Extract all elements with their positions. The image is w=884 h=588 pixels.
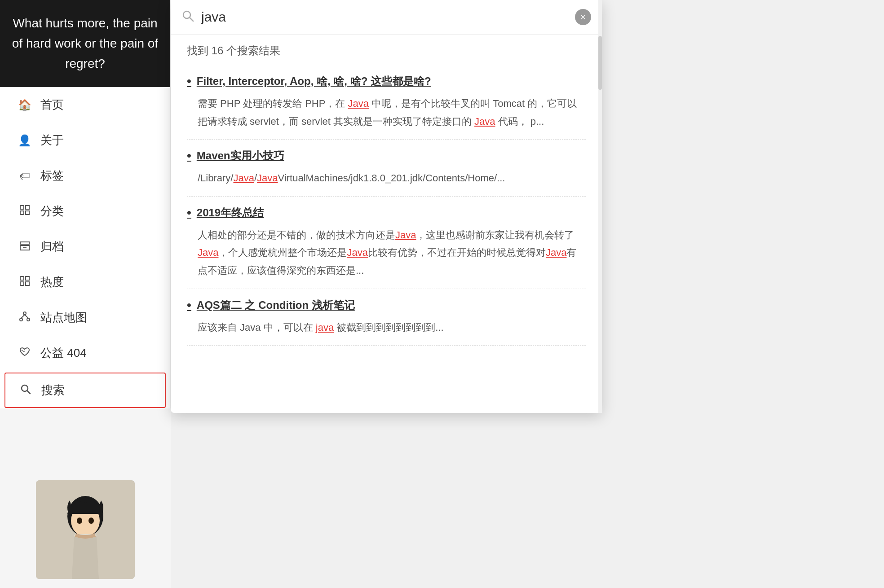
snippet-text: 被截到到到到到到到到... bbox=[334, 322, 443, 333]
search-header: × bbox=[171, 0, 602, 35]
right-side-content bbox=[602, 0, 884, 588]
highlight-java: Java bbox=[233, 172, 254, 184]
result-title-2[interactable]: Maven实用小技巧 bbox=[187, 149, 586, 163]
hero-text: What hurts more, the pain of hard work o… bbox=[9, 13, 161, 74]
svg-line-17 bbox=[27, 391, 31, 394]
search-nav-icon bbox=[19, 384, 32, 397]
search-input[interactable] bbox=[201, 9, 568, 25]
sidebar-item-home[interactable]: 🏠 首页 bbox=[0, 87, 170, 123]
snippet-text: 比较有优势，不过在开始的时候总觉得对 bbox=[368, 247, 546, 258]
svg-rect-3 bbox=[26, 211, 29, 215]
result-snippet-1: 需要 PHP 处理的转发给 PHP，在 Java 中呢，是有个比较牛叉的叫 To… bbox=[187, 95, 586, 130]
result-title-4[interactable]: AQS篇二 之 Condition 浅析笔记 bbox=[187, 298, 586, 312]
grid-icon bbox=[18, 205, 31, 218]
svg-line-15 bbox=[25, 315, 28, 318]
result-title-3[interactable]: 2019年终总结 bbox=[187, 206, 586, 220]
result-title-4-text: AQS篇二 之 Condition 浅析笔记 bbox=[197, 298, 355, 312]
svg-rect-8 bbox=[26, 276, 29, 280]
sidebar-item-tags[interactable]: 🏷 标签 bbox=[0, 158, 170, 193]
svg-rect-2 bbox=[20, 211, 24, 215]
home-icon: 🏠 bbox=[18, 99, 31, 111]
highlight-java: Java bbox=[198, 247, 218, 258]
scroll-thumb bbox=[598, 36, 602, 90]
sidebar-item-hot[interactable]: 热度 bbox=[0, 264, 170, 300]
search-result-count: 找到 16 个搜索结果 bbox=[171, 35, 602, 65]
svg-rect-0 bbox=[20, 206, 24, 209]
nav-label-search: 搜索 bbox=[41, 382, 65, 398]
svg-rect-1 bbox=[26, 206, 29, 209]
highlight-java: Java bbox=[474, 116, 495, 127]
search-results-list: Filter, Interceptor, Aop, 啥, 啥, 啥? 这些都是啥… bbox=[171, 65, 602, 346]
search-close-button[interactable]: × bbox=[575, 9, 591, 25]
highlight-java: Java bbox=[546, 247, 566, 258]
svg-point-13 bbox=[27, 318, 30, 321]
svg-point-12 bbox=[20, 318, 22, 321]
svg-rect-10 bbox=[26, 282, 29, 285]
highlight-java: Java bbox=[395, 229, 416, 241]
result-title-1-text: Filter, Interceptor, Aop, 啥, 啥, 啥? 这些都是啥… bbox=[197, 74, 431, 88]
search-icon bbox=[181, 9, 194, 25]
sidebar-bottom bbox=[0, 408, 171, 588]
svg-rect-7 bbox=[20, 276, 24, 280]
snippet-text: /Library/ bbox=[198, 172, 233, 184]
nav-label-tags: 标签 bbox=[40, 168, 64, 184]
svg-point-22 bbox=[88, 518, 94, 524]
sidebar: What hurts more, the pain of hard work o… bbox=[0, 0, 171, 588]
svg-point-11 bbox=[23, 312, 26, 315]
snippet-text: 代码， p... bbox=[495, 116, 544, 127]
result-count-label: 找到 16 个搜索结果 bbox=[187, 44, 280, 57]
snippet-text: ，个人感觉杭州整个市场还是 bbox=[218, 247, 347, 258]
snippet-text: 人相处的部分还是不错的，做的技术方向还是 bbox=[198, 229, 395, 241]
sidebar-item-search[interactable]: 搜索 bbox=[4, 373, 166, 408]
nav-label-charity404: 公益 404 bbox=[40, 345, 87, 361]
highlight-java: Java bbox=[348, 98, 369, 109]
snippet-text: ，这里也感谢前东家让我有机会转了 bbox=[416, 229, 574, 241]
svg-rect-9 bbox=[20, 282, 24, 285]
result-title-2-text: Maven实用小技巧 bbox=[197, 149, 284, 163]
search-overlay: × 找到 16 个搜索结果 Filter, Interceptor, Aop, … bbox=[171, 0, 602, 413]
nav-label-archive: 归档 bbox=[40, 239, 64, 255]
tag-icon: 🏷 bbox=[18, 170, 31, 182]
svg-line-14 bbox=[21, 315, 25, 318]
sidebar-hero: What hurts more, the pain of hard work o… bbox=[0, 0, 170, 87]
svg-line-25 bbox=[190, 18, 193, 21]
sidebar-item-about[interactable]: 👤 关于 bbox=[0, 123, 170, 158]
svg-rect-4 bbox=[20, 242, 29, 244]
search-result-item: Maven实用小技巧 /Library/Java/JavaVirtualMach… bbox=[187, 140, 586, 197]
snippet-text: VirtualMachines/jdk1.8.0_201.jdk/Content… bbox=[278, 172, 505, 184]
sidebar-navigation: 🏠 首页 👤 关于 🏷 标签 分类 bbox=[0, 87, 170, 408]
snippet-text: 应该来自 Java 中，可以在 bbox=[198, 322, 316, 333]
nav-label-categories: 分类 bbox=[40, 203, 64, 219]
person-icon: 👤 bbox=[18, 134, 31, 147]
result-snippet-2: /Library/Java/JavaVirtualMachines/jdk1.8… bbox=[187, 169, 586, 187]
highlight-java: Java bbox=[347, 247, 367, 258]
sidebar-item-categories[interactable]: 分类 bbox=[0, 193, 170, 229]
result-snippet-3: 人相处的部分还是不错的，做的技术方向还是Java，这里也感谢前东家让我有机会转了… bbox=[187, 226, 586, 280]
highlight-java: Java bbox=[257, 172, 278, 184]
heart-icon bbox=[18, 347, 31, 360]
right-side-inner bbox=[602, 0, 884, 18]
avatar bbox=[36, 480, 135, 579]
highlight-java: java bbox=[316, 322, 334, 333]
result-snippet-4: 应该来自 Java 中，可以在 java 被截到到到到到到到到... bbox=[187, 319, 586, 337]
sidebar-item-sitemap[interactable]: 站点地图 bbox=[0, 300, 170, 335]
snippet-text: 需要 PHP 处理的转发给 PHP，在 bbox=[198, 98, 348, 109]
nav-label-hot: 热度 bbox=[40, 274, 64, 290]
hot-icon bbox=[18, 276, 31, 289]
sidebar-item-charity404[interactable]: 公益 404 bbox=[0, 335, 170, 371]
close-icon: × bbox=[580, 12, 586, 22]
result-title-3-text: 2019年终总结 bbox=[197, 206, 264, 220]
sitemap-icon bbox=[18, 312, 31, 324]
search-result-item: 2019年终总结 人相处的部分还是不错的，做的技术方向还是Java，这里也感谢前… bbox=[187, 197, 586, 289]
nav-label-sitemap: 站点地图 bbox=[40, 310, 87, 325]
search-result-item: Filter, Interceptor, Aop, 啥, 啥, 啥? 这些都是啥… bbox=[187, 65, 586, 140]
search-result-item: AQS篇二 之 Condition 浅析笔记 应该来自 Java 中，可以在 j… bbox=[187, 289, 586, 346]
sidebar-item-archive[interactable]: 归档 bbox=[0, 229, 170, 264]
result-title-1[interactable]: Filter, Interceptor, Aop, 啥, 啥, 啥? 这些都是啥… bbox=[187, 74, 586, 88]
svg-point-21 bbox=[77, 518, 82, 524]
archive-icon bbox=[18, 241, 31, 253]
nav-label-about: 关于 bbox=[40, 132, 64, 148]
nav-label-home: 首页 bbox=[40, 97, 64, 113]
search-scrollbar[interactable] bbox=[598, 0, 602, 413]
